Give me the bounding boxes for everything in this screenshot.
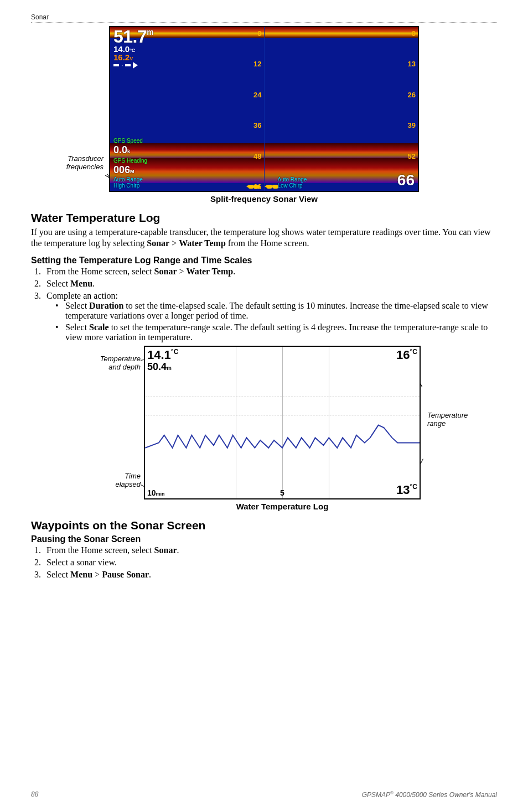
step-2: Select Menu. bbox=[43, 279, 497, 289]
fish-icon bbox=[273, 185, 278, 189]
sonar-right: 0 13 26 39 52 66 Auto Range Low Chirp 66 bbox=[264, 27, 418, 191]
label-current-temp: 14.1°C bbox=[147, 348, 178, 362]
gps-heading-label: GPS Heading bbox=[113, 158, 147, 164]
rs4: 52 bbox=[408, 152, 416, 160]
gps-speed-value: 0.0k bbox=[113, 144, 143, 157]
manual-title: GPSMAP® 4000/5000 Series Owner's Manual bbox=[362, 790, 497, 799]
label-time-mid: 5 bbox=[280, 488, 284, 497]
rs3: 39 bbox=[408, 121, 416, 129]
temp-chart-figure: Temperatureand depth Timeelapsed Tempera… bbox=[85, 346, 443, 511]
step3-bullets: Select Duration to set the time-elapsed … bbox=[46, 301, 497, 342]
steps-pausing: From the Home screen, select Sonar. Sele… bbox=[31, 545, 497, 580]
step-3: Complete an action: Select Duration to s… bbox=[43, 291, 497, 342]
fish-icons-right bbox=[267, 185, 279, 189]
depth-readout: 51.7m bbox=[113, 29, 153, 45]
callout-transducer: Transducer frequencies bbox=[48, 154, 103, 171]
label-scale-top: 16°C bbox=[396, 348, 417, 362]
callout-temp-depth: Temperatureand depth bbox=[85, 355, 141, 371]
subheading-temp-scales: Setting the Temperature Log Range and Ti… bbox=[31, 256, 497, 266]
heading-water-temp-log: Water Temperature Log bbox=[31, 211, 497, 225]
temp-chart-caption: Water Temperature Log bbox=[144, 502, 421, 511]
temp-line bbox=[145, 347, 420, 498]
pstep-2: Select a sonar view. bbox=[43, 558, 497, 568]
ls4: 48 bbox=[253, 152, 261, 160]
step-1: From the Home screen, select Sonar > Wat… bbox=[43, 267, 497, 277]
bullet-scale: Select Scale to set the temperature-rang… bbox=[62, 322, 497, 342]
ls2: 24 bbox=[253, 91, 261, 99]
header-rule bbox=[31, 22, 497, 23]
label-scale-bottom: 13°C bbox=[396, 483, 417, 497]
split-frequency-sonar-view: 0 12 24 36 48 66 51.7m 14.0°C 16.2V · GP… bbox=[109, 26, 419, 192]
sonar-caption: Split-frequency Sonar View bbox=[109, 194, 419, 204]
gps-heading-value: 006M bbox=[113, 164, 147, 176]
bullet-duration: Select Duration to set the time-elapsed … bbox=[62, 301, 497, 321]
depth-scale-right: 0 13 26 39 52 66 bbox=[408, 29, 416, 191]
volt-readout: 16.2V bbox=[113, 53, 153, 61]
water-temp-intro: If you are using a temperature-capable t… bbox=[31, 227, 497, 249]
callout-range: Temperaturerange bbox=[427, 411, 468, 428]
surface-return-right bbox=[265, 27, 418, 38]
heading-waypoints: Waypoints on the Sonar Screen bbox=[31, 519, 497, 532]
subheading-pausing: Pausing the Sonar Screen bbox=[31, 534, 497, 544]
gps-heading-block: GPS Heading 006M bbox=[113, 158, 147, 176]
chirp-right-l1: Auto Range bbox=[278, 176, 307, 183]
rs1: 13 bbox=[408, 60, 416, 68]
label-current-depth: 50.4m bbox=[147, 361, 172, 373]
fish-icons-left bbox=[249, 185, 261, 189]
ls3: 36 bbox=[253, 121, 261, 129]
callout-transducer-l2: frequencies bbox=[66, 163, 103, 171]
sonar-left: 0 12 24 36 48 66 51.7m 14.0°C 16.2V · GP… bbox=[110, 27, 264, 191]
rs2: 26 bbox=[408, 91, 416, 99]
gps-speed-label: GPS Speed bbox=[113, 138, 143, 144]
chirp-left: Auto Range High Chirp bbox=[113, 176, 143, 189]
chapter-header: Sonar bbox=[31, 13, 497, 22]
sonar-figure: Transducer frequencies 0 12 24 36 48 66 … bbox=[109, 26, 419, 204]
steps-temp-scales: From the Home screen, select Sonar > Wat… bbox=[31, 267, 497, 342]
depth-big-right: 66 bbox=[397, 171, 415, 189]
chirp-right: Auto Range Low Chirp bbox=[278, 176, 307, 189]
rs0: 0 bbox=[408, 29, 416, 38]
ls1: 12 bbox=[253, 60, 261, 68]
temp-chart-plot: 14.1°C 50.4m 16°C 13°C 10min 5 bbox=[144, 346, 421, 499]
ls0: 0 bbox=[253, 29, 261, 38]
temp-readout: 14.0°C bbox=[113, 45, 153, 53]
depth-scale-left: 0 12 24 36 48 66 bbox=[253, 29, 261, 191]
heading-indicator: · bbox=[113, 61, 153, 69]
callout-time: Timeelapsed bbox=[107, 472, 141, 488]
fish-icon bbox=[255, 185, 260, 189]
page-footer: 88 GPSMAP® 4000/5000 Series Owner's Manu… bbox=[31, 790, 497, 799]
chirp-left-l1: Auto Range bbox=[113, 176, 143, 183]
chirp-right-l2: Low Chirp bbox=[278, 183, 307, 189]
page-number: 88 bbox=[31, 790, 38, 799]
gps-speed-block: GPS Speed 0.0k bbox=[113, 138, 143, 157]
pstep-1: From the Home screen, select Sonar. bbox=[43, 545, 497, 555]
pstep-3: Select Menu > Pause Sonar. bbox=[43, 570, 497, 580]
callout-transducer-l1: Transducer bbox=[68, 154, 103, 163]
label-time-left: 10min bbox=[147, 488, 165, 497]
overlay-depth-block: 51.7m 14.0°C 16.2V · bbox=[113, 29, 153, 69]
chirp-left-l2: High Chirp bbox=[113, 183, 143, 189]
